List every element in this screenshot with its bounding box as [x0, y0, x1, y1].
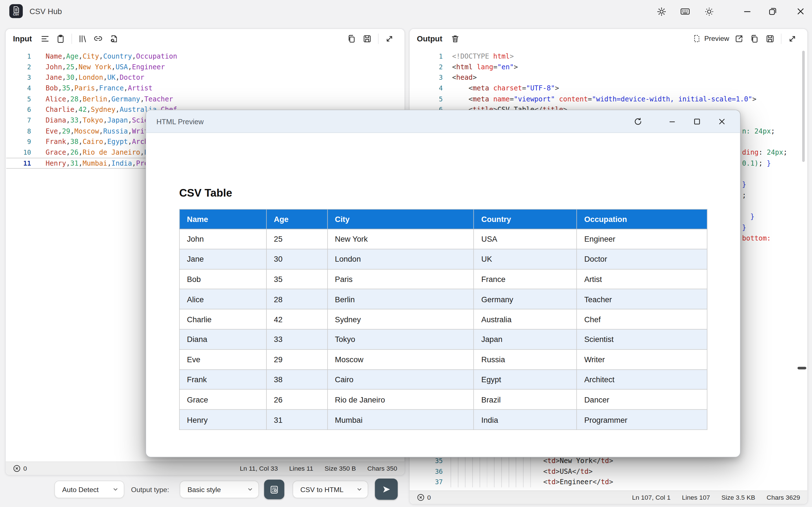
send-arrow-icon — [381, 484, 392, 494]
theme-sun-icon[interactable] — [703, 6, 714, 17]
app-logo-icon: CSV — [9, 4, 23, 18]
copy-icon[interactable] — [747, 32, 762, 45]
close-icon[interactable] — [714, 114, 730, 128]
table-cell: 42 — [266, 309, 327, 329]
input-panel-header: Input — [6, 29, 404, 48]
table-cell: Tokyo — [327, 329, 474, 349]
code-fragment: } — [742, 211, 755, 222]
link-icon[interactable] — [91, 32, 106, 45]
error-count: 0 — [427, 494, 431, 501]
code-line[interactable]: 5 <meta name="viewport" content="width=d… — [410, 94, 807, 104]
table-cell: Russia — [474, 349, 576, 369]
table-cell: 35 — [266, 269, 327, 289]
copy-icon[interactable] — [344, 32, 359, 45]
code-line[interactable]: 37<td>Engineer</td> — [410, 476, 807, 487]
code-line[interactable]: 4 <meta charset="UTF-8"> — [410, 83, 807, 94]
table-cell: Chef — [577, 309, 707, 329]
table-cell: Scientist — [577, 329, 707, 349]
table-cell: India — [474, 409, 576, 430]
table-cell: John — [179, 229, 266, 249]
align-lines-icon[interactable] — [37, 32, 53, 45]
save-icon[interactable] — [762, 32, 778, 45]
settings-gear-icon[interactable] — [656, 6, 667, 17]
table-header-cell: City — [327, 209, 474, 229]
convert-send-button[interactable] — [375, 478, 398, 500]
html-output-editor-bottom[interactable]: 35<td>New York</td>36<td>USA</td>37<td>E… — [410, 455, 807, 487]
detect-format-select[interactable]: Auto Detect — [54, 481, 124, 498]
output-scrollbar-thumb[interactable] — [802, 51, 805, 162]
csv-line[interactable]: 5Alice,28,Berlin,Germany,Teacher — [6, 94, 404, 104]
csv-line[interactable]: 4Bob,35,Paris,France,Artist — [6, 83, 404, 94]
resize-handle[interactable] — [798, 367, 806, 369]
expand-icon[interactable] — [784, 32, 800, 45]
table-header-cell: Age — [266, 209, 327, 229]
table-cell: 30 — [266, 249, 327, 269]
table-cell: Japan — [474, 329, 576, 349]
table-cell: Engineer — [577, 229, 707, 249]
output-panel-title: Output — [417, 34, 442, 43]
share-icon[interactable] — [731, 32, 747, 45]
csv-line[interactable]: 1Name,Age,City,Country,Occupation — [6, 51, 404, 61]
html-output-editor[interactable]: 1<!DOCTYPE html>2<html lang="en">3<head>… — [410, 51, 807, 115]
table-cell: Sydney — [327, 309, 474, 329]
error-count: 0 — [23, 465, 27, 472]
html-preview-window: HTML Preview CSV Table NameAgeCityCountr… — [146, 110, 741, 457]
divider — [378, 33, 378, 44]
code-line[interactable]: 2<html lang="en"> — [410, 61, 807, 72]
table-cell: 26 — [266, 390, 327, 409]
code-line[interactable]: 3<head> — [410, 72, 807, 83]
table-cell: 25 — [266, 229, 327, 249]
table-layout-icon — [269, 485, 279, 494]
char-count: Chars 350 — [367, 465, 397, 472]
csv-line[interactable]: 3Jane,30,London,UK,Doctor — [6, 72, 404, 83]
titlebar: CSV CSV Hub — [0, 0, 812, 23]
table-row: John25New YorkUSAEngineer — [179, 229, 707, 249]
save-icon[interactable] — [359, 32, 375, 45]
preview-button[interactable]: Preview — [690, 34, 731, 43]
code-fragment: } — [742, 179, 746, 190]
table-cell: Germany — [474, 289, 576, 309]
style-select[interactable]: Basic style — [180, 481, 259, 498]
preview-table: NameAgeCityCountryOccupationJohn25New Yo… — [179, 209, 707, 430]
divider — [71, 33, 72, 44]
table-header-cell: Name — [179, 209, 266, 229]
preview-file-icon — [693, 34, 701, 43]
reload-icon[interactable] — [630, 114, 646, 128]
table-cell: USA — [474, 229, 576, 249]
minimize-icon[interactable] — [742, 6, 753, 17]
maximize-icon[interactable] — [689, 114, 705, 128]
table-cell: Henry — [179, 409, 266, 430]
chevron-down-icon — [112, 487, 119, 493]
csv-line[interactable]: 2John,25,New York,USA,Engineer — [6, 61, 404, 72]
minimize-icon[interactable] — [665, 114, 680, 128]
paste-clipboard-icon[interactable] — [53, 32, 68, 45]
table-row: Alice28BerlinGermanyTeacher — [179, 289, 707, 309]
preview-window-titlebar[interactable]: HTML Preview — [146, 110, 740, 133]
expand-icon[interactable] — [382, 32, 397, 45]
output-type-label: Output type: — [131, 486, 169, 494]
keyboard-icon[interactable] — [679, 6, 691, 17]
code-line[interactable]: 36<td>USA</td> — [410, 466, 807, 476]
line-count: Lines 11 — [289, 465, 313, 472]
table-row: Diana33TokyoJapanScientist — [179, 329, 707, 349]
code-line[interactable]: 1<!DOCTYPE html> — [410, 51, 807, 61]
table-cell: Doctor — [577, 249, 707, 269]
preview-heading: CSV Table — [179, 187, 232, 199]
table-layout-button[interactable] — [264, 480, 285, 499]
output-panel-header: Output Preview — [410, 29, 808, 48]
file-export-icon[interactable] — [106, 32, 121, 45]
table-cell: UK — [474, 249, 576, 269]
table-row: Bob35ParisFranceArtist — [179, 269, 707, 289]
trash-icon[interactable] — [448, 32, 463, 45]
table-cell: France — [474, 269, 576, 289]
restore-icon[interactable] — [767, 6, 778, 17]
conversion-select[interactable]: CSV to HTML — [293, 481, 368, 498]
close-icon[interactable] — [795, 6, 806, 17]
table-cell: 28 — [266, 289, 327, 309]
table-cell: Charlie — [179, 309, 266, 329]
cursor-position: Ln 107, Col 1 — [632, 494, 671, 501]
library-columns-icon[interactable] — [75, 32, 91, 45]
table-cell: Writer — [577, 349, 707, 369]
table-row: Charlie42SydneyAustraliaChef — [179, 309, 707, 329]
chevron-down-icon — [247, 487, 253, 493]
